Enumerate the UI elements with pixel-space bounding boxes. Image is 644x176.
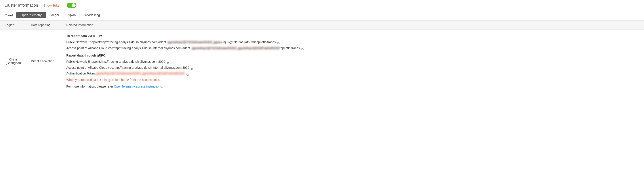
copy-grpc-vpc-icon[interactable]: ⧉ xyxy=(191,66,194,69)
col-region-header: Region xyxy=(0,21,26,30)
show-token-label[interactable]: Show Token xyxy=(43,4,61,7)
copy-token-icon[interactable]: ⧉ xyxy=(186,72,190,75)
show-token-toggle[interactable] xyxy=(67,3,76,8)
tab-zipkin[interactable]: Zipkin xyxy=(63,12,80,18)
opentelemetry-link[interactable]: OpenTelemetry access instructions xyxy=(114,85,162,88)
copy-http-public-icon[interactable]: ⧉ xyxy=(277,41,280,44)
copy-http-vpc-icon[interactable]: ⧉ xyxy=(302,47,304,50)
col-info-header: Related Information xyxy=(62,21,644,30)
table-header: Region Data reporting Related Informatio… xyxy=(0,21,644,30)
auth-token-prefix: Authentication Token: xyxy=(66,72,96,75)
tab-opentelemetry[interactable]: OpenTelemetry xyxy=(16,12,46,18)
http-public-prefix: Public Network Endpoint:http://tracing-a… xyxy=(66,40,168,44)
grpc-vpc-text: Access point of Alibaba Cloud vpc:http:/… xyxy=(66,66,189,69)
header: Cluster Information Show Token xyxy=(0,0,644,11)
http-public-endpoint: Public Network Endpoint:http://tracing-a… xyxy=(66,40,640,45)
tabs-container: OpenTelemetry Jaeger Zipkin SkyWalking xyxy=(16,12,104,18)
cell-region: China(Shanghai) xyxy=(0,30,26,93)
http-vpc-prefix: Access point of Alibaba Cloud vpc:http:/… xyxy=(66,46,192,50)
http-vpc-token-blur: ggxw4lnju2@7323a5caae30263_ggxw4lnju2@53… xyxy=(192,46,280,50)
table-body: China(Shanghai) Direct Escalation To rep… xyxy=(0,30,644,93)
http-public-suffix: 4lnju2@53df7ad2af6330f/api/otlp/traces xyxy=(221,40,276,44)
more-info-line: For more information, please refer OpenT… xyxy=(66,85,165,88)
grpc-public-endpoint: Public Network Endpoint:http://tracing-a… xyxy=(66,59,640,64)
page-title: Cluster Information xyxy=(4,3,38,8)
tab-skywalking[interactable]: SkyWalking xyxy=(80,12,104,18)
cell-reporting: Direct Escalation xyxy=(26,30,62,93)
client-label: Client xyxy=(4,13,13,17)
auth-token-line: Authentication Token:ggxw4lnju2@7323a5ca… xyxy=(66,71,640,76)
client-row: Client OpenTelemetry Jaeger Zipkin SkyWa… xyxy=(0,11,644,20)
grpc-public-text: Public Network Endpoint:http://tracing-a… xyxy=(66,60,165,63)
http-vpc-endpoint: Access point of Alibaba Cloud vpc:http:/… xyxy=(66,46,640,51)
grpc-heading: Report data through gRPC: xyxy=(66,53,640,58)
tab-jaeger[interactable]: Jaeger xyxy=(46,12,64,18)
copy-grpc-public-icon[interactable]: ⧉ xyxy=(167,60,170,63)
more-info-suffix: 。 xyxy=(162,85,165,88)
col-reporting-header: Data reporting xyxy=(26,21,62,30)
cell-info: To report data via HTTP: Public Network … xyxy=(62,30,644,93)
warning-text: When you report data in Golang, delete h… xyxy=(66,77,640,83)
http-public-token-blur: ggxw4lnju2@7323a5caae30263_ggxw xyxy=(168,40,221,44)
more-info-prefix: For more information, please refer xyxy=(66,85,114,88)
http-vpc-suffix: /api/otlp/traces xyxy=(280,46,300,50)
auth-token-value: ggxw4lnju2@7323a5caae30263_ggxw4lnju2@53… xyxy=(96,71,184,75)
grpc-vpc-endpoint: Access point of Alibaba Cloud vpc:http:/… xyxy=(66,65,640,70)
http-heading: To report data via HTTP: xyxy=(66,33,640,39)
table-row: China(Shanghai) Direct Escalation To rep… xyxy=(0,30,644,93)
info-table: Region Data reporting Related Informatio… xyxy=(0,21,644,93)
toggle-slider xyxy=(67,3,76,8)
